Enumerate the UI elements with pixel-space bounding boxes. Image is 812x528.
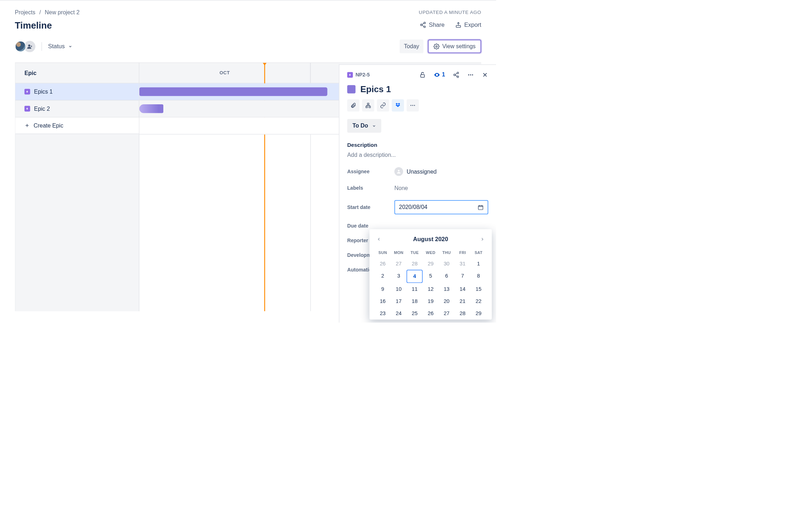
epic-row-1[interactable]: Epics 1 <box>15 83 139 100</box>
date-picker: August 2020 SUNMONTUEWEDTHUFRISAT2627282… <box>370 229 492 320</box>
svg-point-7 <box>436 46 437 47</box>
share-label: Share <box>429 21 445 28</box>
assignee-value[interactable]: Unassigned <box>394 167 436 176</box>
calendar-day[interactable]: 27 <box>391 258 407 270</box>
breadcrumb-project[interactable]: New project 2 <box>45 9 79 16</box>
calendar-day[interactable]: 2 <box>375 270 391 283</box>
calendar-day[interactable]: 31 <box>455 258 471 270</box>
today-button[interactable]: Today <box>400 40 424 53</box>
calendar-day[interactable]: 26 <box>423 307 439 319</box>
svg-point-23 <box>398 170 400 171</box>
calendar-day[interactable]: 1 <box>471 258 487 270</box>
calendar-day[interactable]: 16 <box>375 295 391 307</box>
view-settings-button[interactable]: View settings <box>428 40 481 53</box>
next-month-button[interactable] <box>480 237 485 241</box>
status-dropdown[interactable]: To Do <box>347 119 381 133</box>
create-epic-button[interactable]: Create Epic <box>15 118 139 134</box>
dow-header: FRI <box>455 248 471 257</box>
dow-header: MON <box>391 248 407 257</box>
calendar-day[interactable]: 5 <box>423 270 439 283</box>
svg-rect-8 <box>421 75 425 78</box>
calendar-day[interactable]: 20 <box>439 295 455 307</box>
more-actions-button[interactable] <box>407 99 419 111</box>
calendar-day[interactable]: 7 <box>455 270 471 283</box>
export-icon <box>455 21 461 28</box>
assignee-label: Assignee <box>347 169 394 174</box>
dow-header: SUN <box>375 248 391 257</box>
user-avatar[interactable] <box>15 41 26 52</box>
share-icon <box>420 21 426 28</box>
calendar-day[interactable]: 30 <box>439 258 455 270</box>
month-oct: OCT <box>139 63 311 83</box>
svg-rect-19 <box>369 106 370 108</box>
svg-point-14 <box>468 74 469 75</box>
calendar-day[interactable]: 3 <box>391 270 407 283</box>
epic-color-swatch[interactable] <box>347 85 355 93</box>
epic-bar-2[interactable] <box>139 104 163 113</box>
issue-breadcrumb[interactable]: NP2-5 <box>347 72 370 78</box>
calendar-day[interactable]: 10 <box>391 283 407 295</box>
lock-icon[interactable] <box>419 71 426 78</box>
svg-rect-17 <box>367 103 369 105</box>
epic-bar-1[interactable] <box>139 87 327 96</box>
export-label: Export <box>464 21 481 28</box>
calendar-day[interactable]: 11 <box>407 283 423 295</box>
prev-month-button[interactable] <box>376 237 381 241</box>
calendar-day[interactable]: 25 <box>407 307 423 319</box>
calendar-day[interactable]: 18 <box>407 295 423 307</box>
share-button[interactable]: Share <box>420 21 445 28</box>
breadcrumb-root[interactable]: Projects <box>15 9 35 16</box>
calendar-day[interactable]: 28 <box>407 258 423 270</box>
calendar-day[interactable]: 9 <box>375 283 391 295</box>
calendar-day[interactable]: 6 <box>439 270 455 283</box>
labels-label: Labels <box>347 185 394 191</box>
calendar-day[interactable]: 23 <box>375 307 391 319</box>
calendar-day[interactable]: 17 <box>391 295 407 307</box>
calendar-day[interactable]: 29 <box>423 258 439 270</box>
breadcrumb-sep: / <box>39 9 41 16</box>
calendar-day[interactable]: 13 <box>439 283 455 295</box>
calendar-day[interactable]: 21 <box>455 295 471 307</box>
calendar-day[interactable]: 4 <box>407 270 423 283</box>
attach-button[interactable] <box>347 99 359 111</box>
watchers-button[interactable]: 1 <box>434 71 445 78</box>
description-field[interactable]: Add a description... <box>347 152 488 159</box>
close-icon[interactable] <box>482 71 488 78</box>
svg-point-15 <box>470 74 471 75</box>
epic-name: Epics 1 <box>34 88 53 95</box>
calendar-day[interactable]: 8 <box>471 270 487 283</box>
svg-point-10 <box>454 74 456 76</box>
svg-line-4 <box>422 25 424 26</box>
epic-row-2[interactable]: Epic 2 <box>15 100 139 118</box>
more-icon[interactable] <box>467 71 474 78</box>
start-date-label: Start date <box>347 204 394 210</box>
issue-key: NP2-5 <box>356 72 370 78</box>
calendar-day[interactable]: 22 <box>471 295 487 307</box>
plus-icon <box>24 123 30 128</box>
export-button[interactable]: Export <box>455 21 481 28</box>
calendar-day[interactable]: 28 <box>455 307 471 319</box>
dropbox-button[interactable] <box>392 99 404 111</box>
issue-title[interactable]: Epics 1 <box>360 84 391 94</box>
labels-value[interactable]: None <box>394 185 408 191</box>
watch-count: 1 <box>442 71 445 78</box>
epic-name: Epic 2 <box>34 105 50 112</box>
status-filter[interactable]: Status <box>48 43 72 50</box>
calendar-day[interactable]: 27 <box>439 307 455 319</box>
calendar-day[interactable]: 15 <box>471 283 487 295</box>
calendar-day[interactable]: 12 <box>423 283 439 295</box>
dots-icon <box>410 103 416 109</box>
svg-point-9 <box>457 72 459 74</box>
add-person-icon <box>27 44 33 49</box>
calendar-day[interactable]: 14 <box>455 283 471 295</box>
svg-line-13 <box>455 75 457 76</box>
start-date-input[interactable]: 2020/08/04 <box>394 200 488 214</box>
calendar-day[interactable]: 24 <box>391 307 407 319</box>
calendar-day[interactable]: 19 <box>423 295 439 307</box>
link-button[interactable] <box>377 99 389 111</box>
child-issues-button[interactable] <box>362 99 374 111</box>
share-icon[interactable] <box>453 71 459 78</box>
calendar-day[interactable]: 26 <box>375 258 391 270</box>
epic-icon <box>24 106 30 111</box>
calendar-day[interactable]: 29 <box>471 307 487 319</box>
